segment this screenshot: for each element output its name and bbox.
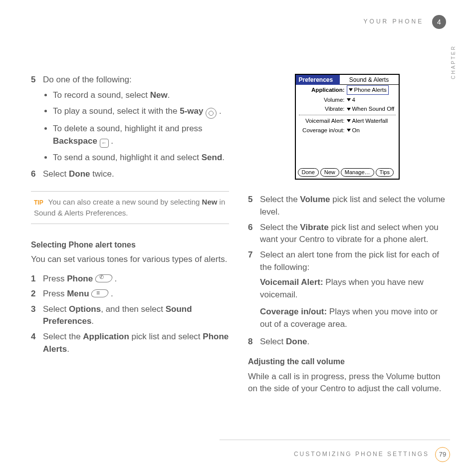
chapter-vertical-label: CHAPTER [450, 45, 458, 79]
dropdown-triangle-icon [347, 119, 351, 122]
list-item: To play a sound, select it with the 5-wa… [53, 105, 229, 119]
palm-title-left: Preferences [296, 75, 340, 85]
dropdown-triangle-icon [347, 108, 351, 111]
footer-rule [220, 440, 450, 440]
phone-button-icon [94, 274, 113, 282]
palm-picklist-volume[interactable]: 4 [347, 96, 396, 104]
step-5: 5 Do one of the following: [31, 74, 229, 86]
footer-text: CUSTOMIZING PHONE SETTINGS [294, 450, 429, 459]
step-text: Select Done twice. [43, 168, 229, 181]
menu-button-icon [90, 289, 109, 297]
list-item: To delete a sound, highlight it and pres… [53, 123, 229, 148]
step-6-right: 6 Select the Vibrate pick list and selec… [248, 222, 446, 246]
manual-page: YOUR PHONE 4 CHAPTER 5 Do one of the fol… [0, 0, 476, 476]
palm-preferences-screenshot: Preferences Sound & Alerts Application: … [295, 74, 400, 180]
step-number: 6 [31, 168, 43, 181]
dropdown-triangle-icon [347, 98, 351, 101]
palm-new-button[interactable]: New [320, 168, 339, 177]
step-3: 3 Select Options, and then select Sound … [31, 303, 229, 328]
step-number: 5 [31, 74, 43, 86]
step-text: Do one of the following: [43, 74, 229, 86]
palm-label-voicemail: Voicemail Alert: [296, 117, 347, 125]
step-6: 6 Select Done twice. [31, 168, 229, 181]
palm-picklist-application[interactable]: Phone Alerts [347, 85, 389, 95]
palm-label-coverage: Coverage in/out: [296, 126, 347, 135]
dropdown-triangle-icon [347, 129, 351, 132]
backspace-key-icon: ← [100, 139, 109, 148]
subheading-adjusting-volume: Adjusting the call volume [248, 356, 446, 367]
right-column: Preferences Sound & Alerts Application: … [248, 74, 446, 402]
five-way-icon [206, 108, 217, 119]
palm-picklist-vibrate[interactable]: When Sound Off [347, 105, 396, 113]
section-name: YOUR PHONE [364, 17, 424, 26]
palm-label-application: Application: [296, 86, 347, 94]
palm-manage-button[interactable]: Manage… [341, 168, 374, 177]
coverage-desc: Coverage in/out: Plays when you move int… [260, 306, 446, 330]
palm-tips-button[interactable]: Tips [376, 168, 394, 177]
step-8-right: 8 Select Done. [248, 336, 446, 348]
palm-picklist-voicemail[interactable]: Alert Waterfall [347, 117, 396, 125]
subheading-desc: You can set various tones for various ty… [31, 253, 229, 266]
page-number-badge: 79 [435, 447, 450, 462]
page-header: YOUR PHONE 4 [31, 15, 446, 29]
subheading-selecting-tones: Selecting Phone alert tones [31, 239, 229, 250]
chapter-number-badge: 4 [432, 15, 446, 29]
step-5-right: 5 Select the Volume pick list and select… [248, 194, 446, 218]
step-1: 1 Press Phone . [31, 273, 229, 285]
dropdown-triangle-icon [349, 88, 353, 91]
palm-done-button[interactable]: Done [298, 168, 319, 177]
tip-label: TIP [34, 199, 43, 206]
list-item: To record a sound, select New. [53, 89, 229, 102]
adjusting-desc: While a call is in progress, press the V… [248, 371, 446, 395]
step-7-right: 7 Select an alert tone from the pick lis… [248, 249, 446, 273]
sub-bullet-list: To record a sound, select New. To play a… [31, 89, 229, 164]
page-footer: CUSTOMIZING PHONE SETTINGS 79 [294, 447, 450, 462]
voicemail-desc: Voicemail Alert: Plays when you have new… [260, 276, 446, 301]
step-2: 2 Press Menu . [31, 288, 229, 300]
list-item: To send a sound, highlight it and select… [53, 152, 229, 164]
palm-label-vibrate: Vibrate: [296, 105, 347, 113]
left-column: 5 Do one of the following: To record a s… [31, 74, 229, 402]
tip-callout: TIP You can also create a new sound by s… [31, 191, 229, 224]
palm-picklist-coverage[interactable]: On [347, 126, 396, 135]
palm-title-right: Sound & Alerts [340, 75, 399, 85]
palm-label-volume: Volume: [296, 96, 347, 104]
step-4: 4 Select the Application pick list and s… [31, 331, 229, 355]
